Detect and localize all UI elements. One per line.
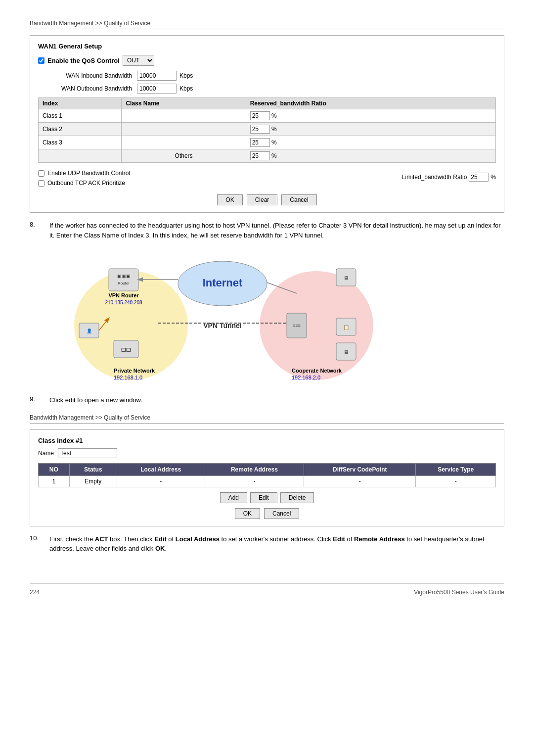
table-row: Class 3 %: [39, 136, 496, 149]
direction-select[interactable]: OUT IN BOTH: [123, 55, 154, 66]
col-local: Local Address: [117, 463, 205, 475]
product-name: VigorPro5500 Series User's Guide: [414, 589, 504, 596]
col-index: Index: [39, 98, 122, 109]
row4-name: Others: [122, 149, 246, 163]
wan-inbound-input[interactable]: [137, 71, 177, 81]
item10-text-mid2: of: [167, 535, 176, 543]
limited-bw-area: Limited_bandwidth Ratio %: [402, 173, 496, 182]
enable-udp-label: Enable UDP Bandwidth Control: [47, 170, 130, 177]
row2-ratio: %: [246, 123, 495, 136]
svg-text:📋: 📋: [343, 324, 350, 331]
item10-text-mid4: of: [345, 535, 354, 543]
item10-edit-bold1: Edit: [154, 535, 167, 543]
outbound-tcp-row: Outbound TCP ACK Prioritize: [38, 180, 130, 187]
panel1-title: WAN1 General Setup: [38, 43, 496, 50]
breadcrumb-2: Bandwidth Management >> Quality of Servi…: [30, 414, 504, 424]
svg-text:VPN Router: VPN Router: [108, 292, 139, 298]
svg-text:👤: 👤: [87, 328, 92, 334]
ok-button[interactable]: OK: [217, 194, 242, 205]
row2-name: [122, 123, 246, 136]
wan-outbound-input[interactable]: [137, 84, 177, 94]
item-10-text: First, check the ACT box. Then click Edi…: [49, 534, 504, 554]
row4-index: [39, 149, 122, 163]
checkboxes-area: Enable UDP Bandwidth Control Outbound TC…: [38, 167, 130, 189]
class-name-row: Name: [38, 448, 496, 458]
row4-ratio-input[interactable]: [250, 151, 270, 160]
limited-bw-unit: %: [490, 174, 496, 181]
outbound-tcp-checkbox[interactable]: [38, 180, 44, 187]
network-diagram: Internet ▣▣▣ Router VPN Router 210.135.2…: [49, 249, 396, 387]
wan-outbound-unit: Kbps: [179, 85, 193, 92]
row3-name: [122, 136, 246, 149]
class-name-label: Name: [38, 450, 54, 457]
outbound-tcp-label: Outbound TCP ACK Prioritize: [47, 180, 125, 187]
col-diffserv: DiffServ CodePoint: [304, 463, 416, 475]
svg-text:210.135.240.208: 210.135.240.208: [105, 300, 142, 305]
breadcrumb-1: Bandwidth Management >> Quality of Servi…: [30, 20, 504, 29]
class-name-input[interactable]: [58, 448, 117, 458]
class-row1-status: Empty: [69, 475, 117, 487]
cancel-button-2[interactable]: Cancel: [264, 508, 299, 519]
svg-text:▣▣▣: ▣▣▣: [117, 274, 131, 279]
svg-text:🖥: 🖥: [344, 275, 349, 281]
item-8-text: If the worker has connected to the headq…: [49, 221, 504, 240]
class-row1-local: -: [117, 475, 205, 487]
svg-text:Private Network: Private Network: [114, 368, 155, 374]
col-status: Status: [69, 463, 117, 475]
row1-ratio-input[interactable]: [250, 111, 270, 120]
table-row: Others %: [39, 149, 496, 163]
svg-text:192.168.2.0: 192.168.2.0: [292, 375, 320, 380]
svg-text:Cooperate Network: Cooperate Network: [292, 368, 342, 374]
wan1-general-panel: WAN1 General Setup Enable the QoS Contro…: [30, 35, 504, 213]
enable-qos-row: Enable the QoS Control OUT IN BOTH: [38, 55, 496, 66]
page-number: 224: [30, 589, 40, 596]
table-row: 1 Empty - - - -: [39, 475, 496, 487]
row3-ratio-input[interactable]: [250, 138, 270, 147]
wan-inbound-unit: Kbps: [179, 72, 193, 79]
svg-text:≡≡≡: ≡≡≡: [293, 323, 301, 328]
row1-index: Class 1: [39, 109, 122, 123]
action-buttons: Add Edit Delete: [38, 492, 496, 503]
item10-text-end: .: [165, 545, 167, 552]
class-panel-title: Class Index #1: [38, 437, 496, 444]
clear-button[interactable]: Clear: [247, 194, 278, 205]
wan-outbound-row: WAN Outbound Bandwidth Kbps: [38, 84, 496, 94]
class-table: NO Status Local Address Remote Address D…: [38, 463, 496, 487]
panel2-buttons: OK Cancel: [38, 508, 496, 519]
item-9: 9. Click edit to open a new window.: [30, 395, 504, 405]
svg-text:192.168.1.0: 192.168.1.0: [114, 375, 142, 380]
page-content: Bandwidth Management >> Quality of Servi…: [30, 20, 504, 596]
item10-act-bold: ACT: [95, 535, 108, 543]
svg-text:🖥: 🖥: [344, 349, 349, 355]
cancel-button[interactable]: Cancel: [281, 194, 316, 205]
row1-name: [122, 109, 246, 123]
row2-index: Class 2: [39, 123, 122, 136]
row3-ratio: %: [246, 136, 495, 149]
class-row1-no: 1: [39, 475, 70, 487]
add-button[interactable]: Add: [220, 492, 247, 503]
col-no: NO: [39, 463, 70, 475]
page-footer: 224 VigorPro5500 Series User's Guide: [30, 583, 504, 596]
class-row1-service: -: [416, 475, 496, 487]
class-index-panel: Class Index #1 Name NO Status Local Addr…: [30, 429, 504, 526]
edit-button[interactable]: Edit: [250, 492, 277, 503]
item-10-number: 10.: [30, 534, 44, 554]
udp-bandwidth-row: Enable UDP Bandwidth Control: [38, 170, 130, 177]
item-8-number: 8.: [30, 221, 44, 240]
item10-text-before: First, check the: [49, 535, 95, 543]
row2-ratio-input[interactable]: [250, 125, 270, 134]
item-8: 8. If the worker has connected to the he…: [30, 221, 504, 240]
limited-bw-label: Limited_bandwidth Ratio: [402, 174, 467, 181]
limited-bw-input[interactable]: [469, 173, 489, 182]
ok-button-2[interactable]: OK: [235, 508, 260, 519]
item10-remote-bold: Remote Address: [354, 535, 405, 543]
enable-qos-checkbox[interactable]: [38, 57, 44, 64]
panel1-buttons: OK Clear Cancel: [38, 194, 496, 205]
item10-text-mid1: box. Then click: [108, 535, 154, 543]
enable-udp-checkbox[interactable]: [38, 170, 44, 177]
table-row: Class 1 %: [39, 109, 496, 123]
svg-rect-4: [109, 269, 138, 291]
row3-index: Class 3: [39, 136, 122, 149]
delete-button[interactable]: Delete: [280, 492, 314, 503]
item-9-text: Click edit to open a new window.: [49, 395, 504, 405]
